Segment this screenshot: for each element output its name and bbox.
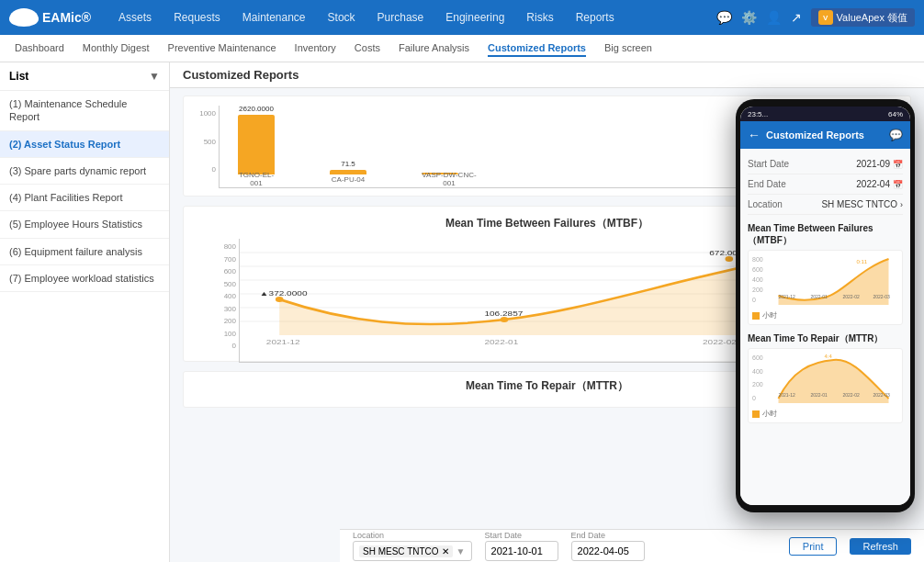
mobile-mtbf-y-200: 200: [752, 287, 763, 293]
svg-text:2021-12: 2021-12: [779, 294, 796, 299]
sidebar-item-7[interactable]: (7) Employee workload statistics: [0, 265, 169, 292]
sub-nav-dashboard[interactable]: Dashboard: [15, 40, 64, 57]
nav-purchase[interactable]: Purchase: [374, 9, 428, 26]
end-date-input[interactable]: 2022-04-05: [571, 541, 645, 561]
logo-icon: [9, 8, 39, 27]
nav-risks[interactable]: Risks: [523, 9, 557, 26]
sub-navigation: Dashboard Monthly Digest Preventive Main…: [0, 35, 924, 62]
content-header: Customized Reports: [170, 62, 924, 88]
sub-nav-costs[interactable]: Costs: [355, 40, 380, 57]
bar-value-2: 71.5: [341, 160, 355, 168]
mobile-chevron-icon[interactable]: ›: [900, 200, 903, 209]
mobile-mtbf-legend-dot: [752, 312, 760, 320]
brand-right: V ValueApex 领值: [811, 8, 915, 27]
sub-nav-monthly[interactable]: Monthly Digest: [83, 40, 150, 57]
top-navigation: EAMic® Assets Requests Maintenance Stock…: [0, 0, 924, 35]
sidebar-item-4[interactable]: (4) Plant Facilities Report: [0, 185, 169, 211]
user-icon[interactable]: 👤: [766, 10, 782, 25]
mobile-mtbf-legend-label: 小时: [762, 310, 777, 320]
svg-text:2022-01: 2022-01: [811, 294, 828, 299]
sidebar-header: List ▼: [0, 62, 169, 91]
sub-nav-failure[interactable]: Failure Analysis: [399, 40, 469, 57]
mobile-mttr-y-400: 400: [752, 368, 763, 375]
mobile-mttr-y-600: 600: [752, 354, 763, 361]
end-date-label: End Date: [571, 531, 645, 540]
mobile-mtbf-legend: 小时: [752, 310, 898, 320]
mobile-chat-icon[interactable]: 💬: [889, 129, 903, 141]
brand-text: ValueApex 领值: [837, 11, 907, 25]
mobile-mttr-legend-label: 小时: [762, 409, 777, 419]
location-input[interactable]: SH MESC TNTCO ✕ ▼: [353, 541, 472, 561]
location-tag: SH MESC TNTCO ✕: [359, 545, 453, 557]
bar-label-2: CA-PU-04: [330, 175, 366, 184]
nav-reports[interactable]: Reports: [572, 9, 618, 26]
nav-maintenance[interactable]: Maintenance: [239, 9, 310, 26]
mttr-title: Mean Time To Repair（MTTR）: [466, 378, 628, 394]
chat-icon[interactable]: 💬: [716, 10, 732, 25]
sub-nav-preventive[interactable]: Preventive Maintenance: [168, 40, 276, 57]
mobile-nav-bar: ← Customized Reports 💬: [740, 121, 910, 149]
brand-logo-icon: V: [818, 10, 833, 25]
filter-icon[interactable]: ▼: [149, 70, 160, 83]
settings-icon[interactable]: ⚙️: [741, 10, 757, 25]
mobile-battery: 64%: [888, 110, 903, 118]
nav-stock[interactable]: Stock: [324, 9, 359, 26]
location-label: Location: [353, 531, 472, 540]
y-label-500: 500: [204, 138, 216, 146]
bar-label-3: VASP-DW-CNC-001: [422, 171, 477, 187]
svg-text:2021-12: 2021-12: [779, 392, 796, 398]
mobile-start-date-value: 2021-09 📅: [856, 159, 903, 169]
location-dropdown-icon[interactable]: ▼: [456, 546, 466, 556]
mobile-back-icon[interactable]: ←: [748, 128, 761, 142]
svg-text:106.2857: 106.2857: [484, 310, 523, 318]
nav-assets[interactable]: Assets: [115, 9, 155, 26]
bar-group-1: 2620.0000: [238, 105, 275, 174]
svg-text:2022-01: 2022-01: [484, 339, 518, 346]
print-button[interactable]: Print: [789, 537, 838, 556]
nav-engineering[interactable]: Engineering: [442, 9, 508, 26]
sidebar-item-2[interactable]: (2) Asset Status Report: [0, 131, 169, 158]
mobile-location-value: SH MESC TNTCO ›: [821, 199, 903, 209]
sidebar: List ▼ (1) Maintenance Schedule Report (…: [0, 62, 170, 562]
sidebar-item-6[interactable]: (6) Equipment failure analysis: [0, 239, 169, 265]
mobile-start-date-label: Start Date: [748, 159, 789, 169]
mtbf-y-400: 400: [224, 292, 236, 300]
bar-value-1: 2620.0000: [239, 105, 274, 113]
mobile-calendar-icon-2[interactable]: 📅: [893, 180, 903, 189]
start-date-filter: Start Date 2021-10-01: [485, 531, 558, 561]
svg-text:2022-03: 2022-03: [873, 392, 891, 398]
mobile-calendar-icon-1[interactable]: 📅: [893, 160, 903, 169]
nav-requests[interactable]: Requests: [170, 9, 224, 26]
sidebar-item-3[interactable]: (3) Spare parts dynamic report: [0, 158, 169, 185]
location-clear-icon[interactable]: ✕: [442, 546, 449, 556]
sidebar-item-5[interactable]: (5) Employee Hours Statistics: [0, 211, 169, 238]
bottom-bar: Location SH MESC TNTCO ✕ ▼ Start Date 20…: [340, 529, 924, 562]
content-title: Customized Reports: [183, 68, 299, 82]
logo-area[interactable]: EAMic®: [9, 8, 91, 27]
mobile-mttr-y-0: 0: [752, 395, 763, 401]
mobile-mtbf-chart: 800 600 400 200 0 0:11 2021-12 2022-01: [748, 250, 903, 325]
svg-text:2022-02: 2022-02: [703, 339, 737, 346]
sub-nav-inventory[interactable]: Inventory: [295, 40, 336, 57]
sub-nav-bigscreen[interactable]: Big screen: [604, 40, 652, 57]
svg-text:2022-03: 2022-03: [873, 294, 891, 299]
bar-label-1: TGNO-EL-001: [238, 171, 275, 187]
share-icon[interactable]: ↗: [791, 10, 802, 25]
mobile-mttr-chart: 600 400 200 0 4:4 2021-12 2022-01 2022-0…: [748, 348, 903, 423]
svg-point-11: [725, 256, 733, 262]
mobile-mtbf-y-0: 0: [752, 297, 763, 303]
refresh-button[interactable]: Refresh: [850, 538, 911, 555]
mtbf-y-700: 700: [224, 255, 236, 264]
mobile-mttr-title: Mean Time To Repair（MTTR）: [748, 332, 903, 344]
mtbf-y-300: 300: [224, 305, 236, 313]
mobile-end-date-value: 2022-04 📅: [856, 179, 903, 189]
main-layout: List ▼ (1) Maintenance Schedule Report (…: [0, 62, 924, 562]
mobile-device: 23:5... 64% ← Customized Reports 💬 Start…: [736, 99, 915, 512]
mobile-mttr-svg: 4:4 2021-12 2022-01 2022-02 2022-03: [769, 353, 898, 403]
start-date-input[interactable]: 2021-10-01: [485, 541, 558, 561]
sidebar-item-1[interactable]: (1) Maintenance Schedule Report: [0, 91, 169, 131]
mobile-mtbf-y-800: 800: [752, 256, 763, 263]
svg-point-10: [501, 317, 509, 322]
mobile-end-date-label: End Date: [748, 179, 786, 189]
sub-nav-customized[interactable]: Customized Reports: [488, 40, 586, 57]
